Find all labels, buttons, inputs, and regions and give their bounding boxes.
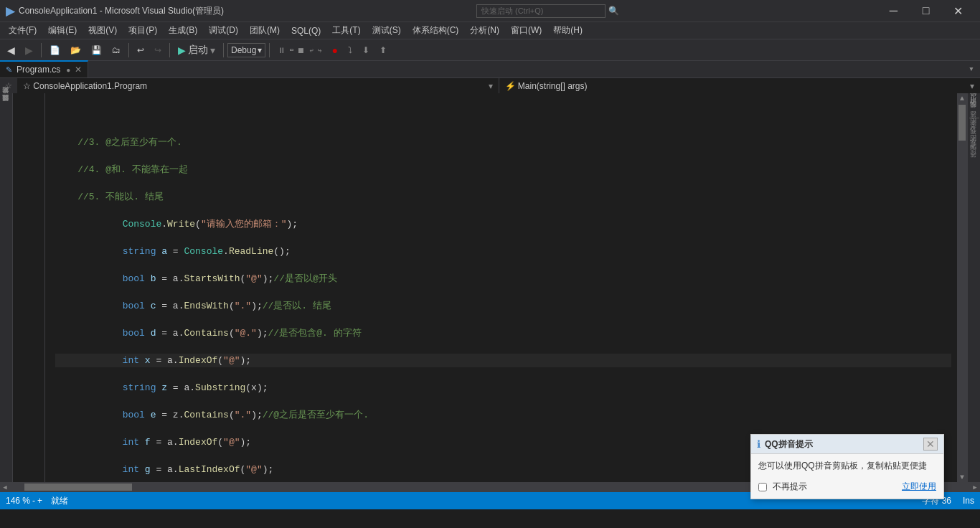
toolbar-separator-5 bbox=[269, 43, 270, 57]
code-editor[interactable]: //3. @之后至少有一个. //4. @和. 不能靠在一起 //5. 不能以.… bbox=[50, 93, 957, 482]
breakpoint-button[interactable]: ● bbox=[328, 43, 342, 57]
menu-project[interactable]: 项目(P) bbox=[123, 22, 163, 39]
sidebar-err[interactable]: 规 bbox=[969, 148, 979, 154]
close-button[interactable]: ✕ bbox=[942, 0, 974, 22]
sidebar-err3[interactable]: 器 bbox=[969, 160, 979, 166]
menu-debug[interactable]: 调试(D) bbox=[203, 22, 244, 39]
vertical-scrollbar[interactable]: ▲ ▼ bbox=[957, 93, 967, 482]
menu-analyze[interactable]: 分析(N) bbox=[464, 22, 505, 39]
start-dropdown[interactable]: ▾ bbox=[210, 44, 215, 56]
step-over[interactable]: ⤵ bbox=[344, 44, 357, 57]
code-line-6: string a = Console.ReadLine(); bbox=[55, 245, 951, 258]
menu-build[interactable]: 生成(B) bbox=[163, 22, 203, 39]
save-button[interactable]: 💾 bbox=[87, 44, 106, 57]
nav-bar: ☆ ☆ ConsoleApplication1.Program ▾ ⚡ Main… bbox=[0, 77, 980, 93]
menu-sql[interactable]: SQL(Q) bbox=[286, 22, 326, 39]
tab-scroll-right[interactable]: ▾ bbox=[963, 60, 980, 77]
maximize-button[interactable]: □ bbox=[910, 0, 942, 22]
left-sidebar: 解决方案 团队资源管理器 bbox=[0, 93, 13, 482]
zoom-value: 146 % bbox=[6, 496, 30, 506]
title-text: ConsoleApplication1 - Microsoft Visual S… bbox=[19, 5, 224, 17]
menu-team[interactable]: 团队(M) bbox=[244, 22, 286, 39]
sidebar-solution[interactable]: 测试 bbox=[969, 93, 979, 99]
toolbar-extra-buttons[interactable]: ⏸ ▭ ⏹ ↩ ↪ bbox=[273, 44, 326, 56]
new-file-button[interactable]: 📄 bbox=[45, 44, 65, 57]
nav-method-selector[interactable]: ⚡ Main(string[] args) ▾ bbox=[499, 78, 981, 94]
menu-window[interactable]: 窗口(W) bbox=[505, 22, 547, 39]
status-zoom[interactable]: 146 % - + bbox=[6, 496, 42, 506]
scroll-down-button[interactable]: ▼ bbox=[957, 472, 967, 482]
ins-mode: Ins bbox=[963, 496, 974, 506]
hscroll-thumb[interactable] bbox=[24, 484, 132, 491]
nav-class-selector[interactable]: ☆ ConsoleApplication1.Program ▾ bbox=[17, 78, 499, 94]
menu-bar: 文件(F) 编辑(E) 视图(V) 项目(P) 生成(B) 调试(D) 团队(M… bbox=[0, 22, 980, 39]
sidebar-find[interactable]: 器 bbox=[969, 120, 979, 126]
code-line-2: //3. @之后至少有一个. bbox=[55, 136, 951, 149]
qq-popup-close-button[interactable]: ✕ bbox=[923, 438, 938, 451]
debug-config-arrow: ▾ bbox=[258, 45, 262, 55]
minimize-button[interactable]: ─ bbox=[877, 0, 910, 22]
menu-file[interactable]: 文件(F) bbox=[3, 22, 42, 39]
tab-program-cs[interactable]: ✎ Program.cs ● ✕ bbox=[0, 60, 88, 77]
toolbar: ◀ ▶ 📄 📂 💾 🗂 ↩ ↪ ▶ 启动 ▾ Debug ▾ ⏸ ▭ ⏹ ↩ ↪… bbox=[0, 39, 980, 60]
sidebar-propsgrid[interactable]: 图 bbox=[969, 143, 979, 148]
scroll-up-button[interactable]: ▲ bbox=[957, 93, 967, 103]
search-icon[interactable]: 🔍 bbox=[608, 6, 619, 16]
nav-class-label: ☆ ConsoleApplication1.Program bbox=[23, 81, 147, 91]
nav-method-arrow[interactable]: ▾ bbox=[970, 81, 974, 91]
menu-view[interactable]: 视图(V) bbox=[83, 22, 123, 39]
start-button[interactable]: ▶ 启动 ▾ bbox=[174, 42, 220, 58]
nav-class-arrow[interactable]: ▾ bbox=[489, 81, 493, 91]
menu-edit[interactable]: 编辑(E) bbox=[42, 22, 83, 39]
menu-test[interactable]: 测试(S) bbox=[367, 22, 407, 39]
sidebar-server-explorer[interactable]: 团队资源管理器 bbox=[1, 103, 11, 109]
scroll-thumb[interactable] bbox=[958, 105, 966, 141]
code-line-5: Console.Write("请输入您的邮箱："); bbox=[55, 217, 951, 231]
open-button[interactable]: 📂 bbox=[66, 44, 85, 57]
tab-close-button[interactable]: ✕ bbox=[75, 65, 82, 75]
undo-button[interactable]: ↩ bbox=[133, 44, 149, 57]
toolbar-separator-4 bbox=[223, 43, 224, 57]
debug-config-dropdown[interactable]: Debug ▾ bbox=[227, 43, 265, 57]
step-out[interactable]: ⬆ bbox=[375, 44, 391, 57]
qq-popup-footer: 不再提示 立即使用 bbox=[751, 478, 943, 499]
qq-no-remind-checkbox[interactable] bbox=[758, 483, 767, 491]
sidebar-err2[interactable]: 编 bbox=[969, 154, 979, 160]
editor-container: 解决方案 团队资源管理器 bbox=[0, 93, 980, 482]
back-button[interactable]: ◀ bbox=[3, 43, 19, 57]
menu-help[interactable]: 帮助(H) bbox=[547, 22, 588, 39]
hscroll-right-button[interactable]: ▶ bbox=[970, 482, 980, 492]
redo-button[interactable]: ↪ bbox=[150, 44, 166, 57]
quick-launch-input[interactable]: 快速启动 (Ctrl+Q) bbox=[476, 4, 606, 18]
zoom-minus[interactable]: - bbox=[32, 496, 35, 506]
qq-popup-title: QQ拼音提示 bbox=[765, 438, 813, 451]
sidebar-bookmark2[interactable]: 图 bbox=[969, 126, 979, 131]
sidebar-output[interactable]: 规编 bbox=[969, 110, 979, 116]
menu-architecture[interactable]: 体系结构(C) bbox=[407, 22, 465, 39]
qq-info-icon: ℹ bbox=[757, 438, 760, 450]
qq-use-now-link[interactable]: 立即使用 bbox=[902, 481, 936, 493]
sidebar-class[interactable]: 类 bbox=[969, 131, 979, 137]
tab-modified-dot: ● bbox=[66, 66, 70, 74]
sidebar-bookmark[interactable]: 引用 bbox=[969, 105, 979, 110]
code-line-11: string z = a.Substring(x); bbox=[55, 381, 951, 395]
step-into[interactable]: ⬇ bbox=[358, 44, 374, 57]
nav-method-label: ⚡ Main(string[] args) bbox=[505, 81, 588, 91]
sidebar-props[interactable]: 视 bbox=[969, 137, 979, 143]
sidebar-solution-explorer[interactable]: 解决方案 bbox=[1, 96, 11, 102]
menu-tools[interactable]: 工具(T) bbox=[326, 22, 366, 39]
start-label: 启动 bbox=[188, 44, 208, 57]
code-line-3: //4. @和. 不能靠在一起 bbox=[55, 163, 951, 176]
save-all-button[interactable]: 🗂 bbox=[108, 44, 125, 57]
sidebar-properties[interactable]: 沿错 bbox=[969, 99, 979, 105]
toolbar-separator-3 bbox=[169, 43, 170, 57]
tab-bar: ✎ Program.cs ● ✕ ▾ bbox=[0, 60, 980, 77]
zoom-plus[interactable]: + bbox=[37, 496, 42, 506]
code-line-12: bool e = z.Contains(".");//@之后是否至少有一个. bbox=[55, 408, 951, 422]
right-sidebar: 测试 沿错 引用 规编 器 图 类 视 图 规 编 器 bbox=[967, 93, 980, 482]
hscroll-left-button[interactable]: ◀ bbox=[0, 482, 10, 492]
toolbar-separator-2 bbox=[128, 43, 129, 57]
line-numbers bbox=[13, 93, 45, 482]
code-area[interactable]: //3. @之后至少有一个. //4. @和. 不能靠在一起 //5. 不能以.… bbox=[13, 93, 967, 482]
forward-button[interactable]: ▶ bbox=[21, 43, 37, 57]
